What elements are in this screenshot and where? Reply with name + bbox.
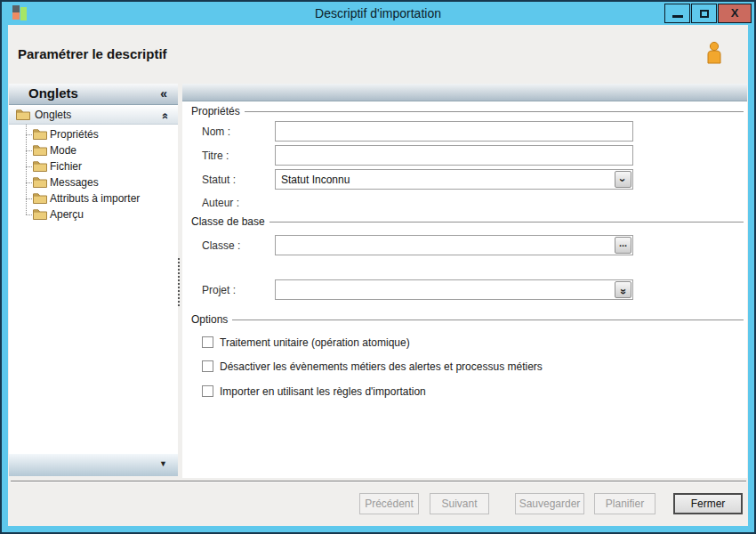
precedent-button[interactable]: Précédent [359, 493, 419, 514]
main-form: Propriétés Nom : Titre : Statut : Statut… [182, 101, 747, 478]
sidebar-item-label: Mode [50, 144, 76, 157]
checkbox-importer[interactable] [202, 385, 213, 397]
dialog-window: Descriptif d'importation X Paramétrer le… [0, 0, 756, 534]
titre-label: Titre : [202, 150, 229, 162]
folder-icon [33, 176, 47, 188]
sidebar-item-proprietes[interactable]: Propriétés [9, 126, 178, 142]
tree-root-onglets[interactable]: Onglets » [9, 105, 178, 125]
minimize-button[interactable] [664, 4, 690, 23]
close-button[interactable]: X [718, 4, 752, 23]
footer-divider [11, 481, 746, 482]
chevron-down-icon: › [615, 178, 631, 182]
sidebar-item-label: Attributs à importer [50, 192, 140, 205]
sidebar-item-messages[interactable]: Messages [9, 174, 178, 190]
nom-label: Nom : [202, 125, 230, 138]
group-options-label: Options [191, 313, 232, 326]
sidebar-item-label: Messages [50, 176, 99, 189]
classe-browse-button[interactable]: ... [615, 237, 631, 254]
dialog-content: Paramétrer le descriptif Onglets « Ongle… [8, 25, 748, 526]
checkbox-label: Traitement unitaire (opération atomique) [220, 336, 410, 349]
collapse-all-icon[interactable]: » [157, 113, 171, 119]
window-title: Descriptif d'importation [2, 2, 754, 25]
projet-field[interactable]: » [275, 279, 633, 300]
folder-icon [33, 192, 47, 204]
auteur-label: Auteur : [202, 197, 239, 209]
chevron-down-icon: ▼ [159, 459, 167, 468]
page-title: Paramétrer le descriptif [18, 46, 167, 61]
sidebar-item-apercu[interactable]: Aperçu [9, 206, 178, 222]
sidebar-tree: Propriétés Mode Fichier [9, 125, 178, 454]
sidebar-collapse-icon[interactable]: « [160, 86, 167, 101]
sidebar-item-fichier[interactable]: Fichier [9, 158, 178, 174]
titre-input[interactable] [275, 145, 633, 166]
sidebar-scroll-down[interactable]: ▼ [9, 454, 178, 476]
fermer-button[interactable]: Fermer [673, 493, 743, 514]
folder-icon [33, 128, 47, 140]
projet-label: Projet : [202, 284, 236, 296]
sidebar-item-mode[interactable]: Mode [9, 142, 178, 158]
suivant-button[interactable]: Suivant [430, 493, 489, 514]
checkbox-label: Désactiver les évènements métiers des al… [220, 360, 543, 373]
group-classe-label: Classe de base [191, 215, 269, 228]
checkbox-label: Importer en utilisant les règles d'impor… [220, 385, 426, 398]
main-top-band [182, 84, 747, 101]
maximize-button[interactable] [691, 4, 717, 23]
classe-label: Classe : [202, 239, 240, 252]
sauvegarder-button[interactable]: Sauvegarder [515, 493, 584, 514]
folder-icon [16, 109, 30, 120]
person-icon [705, 41, 723, 64]
classe-field[interactable]: ... [275, 235, 633, 255]
minimize-icon [672, 15, 683, 18]
panel-splitter[interactable] [178, 258, 180, 306]
group-proprietes-line [243, 111, 744, 112]
sidebar-item-label: Aperçu [50, 208, 84, 221]
group-classe-line [264, 222, 744, 222]
projet-dropdown-button[interactable]: » [615, 281, 631, 298]
sidebar-title: Onglets [28, 85, 78, 101]
maximize-icon [700, 10, 709, 18]
group-options-line [232, 320, 744, 320]
folder-icon [33, 208, 47, 220]
sidebar-item-label: Fichier [50, 160, 82, 173]
double-chevron-down-icon: » [615, 288, 631, 295]
folder-icon [33, 144, 47, 156]
statut-label: Statut : [202, 174, 236, 186]
sidebar-header: Onglets « [9, 84, 178, 105]
statut-dropdown-button[interactable]: › [615, 171, 631, 188]
statut-select[interactable]: Statut Inconnu › [275, 169, 633, 190]
group-proprietes-label: Propriétés [191, 105, 245, 117]
title-bar[interactable]: Descriptif d'importation X [2, 2, 754, 25]
nom-input[interactable] [275, 121, 633, 142]
sidebar-item-attributs[interactable]: Attributs à importer [9, 190, 178, 206]
checkbox-traitement[interactable] [202, 336, 213, 348]
sidebar-item-label: Propriétés [50, 128, 99, 141]
checkbox-desactiver[interactable] [202, 360, 213, 372]
statut-selected-value: Statut Inconnu [281, 174, 350, 186]
folder-icon [33, 160, 47, 172]
tree-root-label: Onglets [35, 109, 71, 121]
planifier-button[interactable]: Planifier [594, 493, 655, 514]
